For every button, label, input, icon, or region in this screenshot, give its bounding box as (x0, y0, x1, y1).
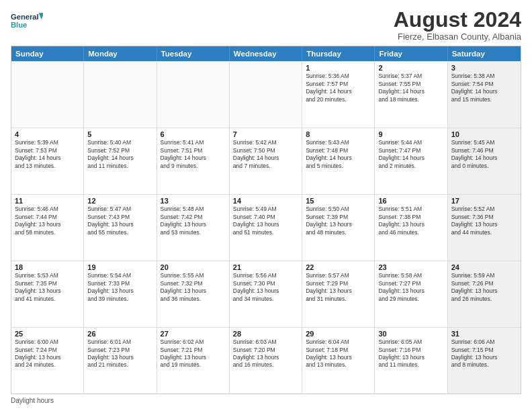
day-number-5: 5 (87, 130, 152, 138)
cell-text-7: Sunrise: 5:42 AMSunset: 7:50 PMDaylight:… (233, 139, 298, 170)
cal-cell-31: 31Sunrise: 6:06 AMSunset: 7:15 PMDayligh… (448, 328, 521, 394)
day-number-26: 26 (87, 330, 152, 338)
day-number-22: 22 (306, 263, 371, 271)
cal-cell-17: 17Sunrise: 5:52 AMSunset: 7:36 PMDayligh… (448, 195, 521, 261)
cell-text-14: Sunrise: 5:49 AMSunset: 7:40 PMDaylight:… (233, 205, 298, 236)
cell-text-24: Sunrise: 5:59 AMSunset: 7:26 PMDaylight:… (451, 272, 517, 303)
day-number-7: 7 (233, 130, 298, 138)
cal-cell-6: 6Sunrise: 5:41 AMSunset: 7:51 PMDaylight… (157, 128, 230, 194)
day-number-21: 21 (233, 263, 298, 271)
week-row-2: 4Sunrise: 5:39 AMSunset: 7:53 PMDaylight… (11, 128, 521, 194)
day-number-29: 29 (306, 330, 371, 338)
cal-cell-9: 9Sunrise: 5:44 AMSunset: 7:47 PMDaylight… (375, 128, 447, 194)
day-number-17: 17 (451, 197, 517, 205)
cal-cell-12: 12Sunrise: 5:47 AMSunset: 7:43 PMDayligh… (84, 195, 157, 261)
cal-cell-21: 21Sunrise: 5:56 AMSunset: 7:30 PMDayligh… (230, 261, 302, 327)
svg-marker-2 (39, 13, 43, 19)
cell-text-19: Sunrise: 5:54 AMSunset: 7:33 PMDaylight:… (87, 272, 152, 303)
cell-text-30: Sunrise: 6:05 AMSunset: 7:16 PMDaylight:… (378, 338, 443, 369)
day-number-18: 18 (15, 263, 80, 271)
cal-cell-27: 27Sunrise: 6:02 AMSunset: 7:21 PMDayligh… (157, 328, 230, 394)
cell-text-5: Sunrise: 5:40 AMSunset: 7:52 PMDaylight:… (87, 139, 152, 170)
svg-text:Blue: Blue (11, 21, 27, 29)
header-day-friday: Friday (375, 46, 447, 61)
cell-text-13: Sunrise: 5:48 AMSunset: 7:42 PMDaylight:… (161, 205, 226, 236)
cell-text-22: Sunrise: 5:57 AMSunset: 7:29 PMDaylight:… (306, 272, 371, 303)
day-number-1: 1 (306, 64, 371, 72)
cal-cell-empty (11, 62, 84, 128)
cell-text-18: Sunrise: 5:53 AMSunset: 7:35 PMDaylight:… (15, 272, 80, 303)
week-row-5: 25Sunrise: 6:00 AMSunset: 7:24 PMDayligh… (11, 327, 521, 394)
cal-cell-25: 25Sunrise: 6:00 AMSunset: 7:24 PMDayligh… (11, 328, 84, 394)
cal-cell-20: 20Sunrise: 5:55 AMSunset: 7:32 PMDayligh… (157, 261, 230, 327)
cal-cell-18: 18Sunrise: 5:53 AMSunset: 7:35 PMDayligh… (11, 261, 84, 327)
week-row-1: 1Sunrise: 5:36 AMSunset: 7:57 PMDaylight… (11, 61, 521, 128)
cal-cell-empty (84, 62, 157, 128)
day-number-3: 3 (451, 64, 517, 72)
cell-text-3: Sunrise: 5:38 AMSunset: 7:54 PMDaylight:… (451, 73, 517, 103)
cell-text-16: Sunrise: 5:51 AMSunset: 7:38 PMDaylight:… (378, 205, 443, 236)
day-number-24: 24 (451, 263, 517, 271)
cal-cell-4: 4Sunrise: 5:39 AMSunset: 7:53 PMDaylight… (11, 128, 84, 194)
page: General Blue August 2024 Fierze, Elbasan… (0, 0, 532, 411)
cell-text-4: Sunrise: 5:39 AMSunset: 7:53 PMDaylight:… (15, 139, 80, 170)
cal-cell-empty (230, 62, 302, 128)
cal-cell-15: 15Sunrise: 5:50 AMSunset: 7:39 PMDayligh… (302, 195, 375, 261)
day-number-13: 13 (161, 197, 226, 205)
sub-title: Fierze, Elbasan County, Albania (394, 32, 521, 42)
day-number-20: 20 (161, 263, 226, 271)
day-number-2: 2 (378, 64, 443, 72)
cell-text-21: Sunrise: 5:56 AMSunset: 7:30 PMDaylight:… (233, 272, 298, 303)
day-number-25: 25 (15, 330, 80, 338)
cell-text-9: Sunrise: 5:44 AMSunset: 7:47 PMDaylight:… (378, 139, 443, 170)
cell-text-20: Sunrise: 5:55 AMSunset: 7:32 PMDaylight:… (161, 272, 226, 303)
cell-text-10: Sunrise: 5:45 AMSunset: 7:46 PMDaylight:… (451, 139, 517, 170)
header-day-saturday: Saturday (448, 46, 521, 61)
day-number-14: 14 (233, 197, 298, 205)
cal-cell-22: 22Sunrise: 5:57 AMSunset: 7:29 PMDayligh… (302, 261, 375, 327)
cell-text-17: Sunrise: 5:52 AMSunset: 7:36 PMDaylight:… (451, 205, 517, 236)
header-day-tuesday: Tuesday (157, 46, 230, 61)
cal-cell-14: 14Sunrise: 5:49 AMSunset: 7:40 PMDayligh… (230, 195, 302, 261)
logo-svg: General Blue (11, 8, 43, 35)
week-row-4: 18Sunrise: 5:53 AMSunset: 7:35 PMDayligh… (11, 261, 521, 327)
cal-cell-7: 7Sunrise: 5:42 AMSunset: 7:50 PMDaylight… (230, 128, 302, 194)
day-number-12: 12 (87, 197, 152, 205)
calendar-header: SundayMondayTuesdayWednesdayThursdayFrid… (11, 46, 521, 61)
calendar: SundayMondayTuesdayWednesdayThursdayFrid… (11, 46, 521, 394)
title-block: August 2024 Fierze, Elbasan County, Alba… (394, 8, 521, 42)
cal-cell-24: 24Sunrise: 5:59 AMSunset: 7:26 PMDayligh… (448, 261, 521, 327)
day-number-27: 27 (161, 330, 226, 338)
header-day-monday: Monday (84, 46, 157, 61)
week-row-3: 11Sunrise: 5:46 AMSunset: 7:44 PMDayligh… (11, 194, 521, 261)
cal-cell-2: 2Sunrise: 5:37 AMSunset: 7:55 PMDaylight… (375, 62, 447, 128)
day-number-8: 8 (306, 130, 371, 138)
header-day-thursday: Thursday (302, 46, 375, 61)
header-day-wednesday: Wednesday (230, 46, 302, 61)
day-number-15: 15 (306, 197, 371, 205)
cal-cell-29: 29Sunrise: 6:04 AMSunset: 7:18 PMDayligh… (302, 328, 375, 394)
main-title: August 2024 (394, 8, 521, 32)
cal-cell-3: 3Sunrise: 5:38 AMSunset: 7:54 PMDaylight… (448, 62, 521, 128)
cal-cell-10: 10Sunrise: 5:45 AMSunset: 7:46 PMDayligh… (448, 128, 521, 194)
cal-cell-30: 30Sunrise: 6:05 AMSunset: 7:16 PMDayligh… (375, 328, 447, 394)
day-number-30: 30 (378, 330, 443, 338)
day-number-16: 16 (378, 197, 443, 205)
cell-text-1: Sunrise: 5:36 AMSunset: 7:57 PMDaylight:… (306, 73, 371, 103)
cal-cell-26: 26Sunrise: 6:01 AMSunset: 7:23 PMDayligh… (84, 328, 157, 394)
cell-text-8: Sunrise: 5:43 AMSunset: 7:48 PMDaylight:… (306, 139, 371, 170)
calendar-body: 1Sunrise: 5:36 AMSunset: 7:57 PMDaylight… (11, 61, 521, 394)
footer-note: Daylight hours (11, 397, 521, 404)
cal-cell-16: 16Sunrise: 5:51 AMSunset: 7:38 PMDayligh… (375, 195, 447, 261)
cell-text-26: Sunrise: 6:01 AMSunset: 7:23 PMDaylight:… (87, 338, 152, 369)
cal-cell-28: 28Sunrise: 6:03 AMSunset: 7:20 PMDayligh… (230, 328, 302, 394)
cal-cell-19: 19Sunrise: 5:54 AMSunset: 7:33 PMDayligh… (84, 261, 157, 327)
cal-cell-1: 1Sunrise: 5:36 AMSunset: 7:57 PMDaylight… (302, 62, 375, 128)
cal-cell-11: 11Sunrise: 5:46 AMSunset: 7:44 PMDayligh… (11, 195, 84, 261)
day-number-4: 4 (15, 130, 80, 138)
cell-text-15: Sunrise: 5:50 AMSunset: 7:39 PMDaylight:… (306, 205, 371, 236)
cell-text-29: Sunrise: 6:04 AMSunset: 7:18 PMDaylight:… (306, 338, 371, 369)
day-number-23: 23 (378, 263, 443, 271)
svg-text:General: General (11, 13, 39, 21)
cell-text-25: Sunrise: 6:00 AMSunset: 7:24 PMDaylight:… (15, 338, 80, 369)
